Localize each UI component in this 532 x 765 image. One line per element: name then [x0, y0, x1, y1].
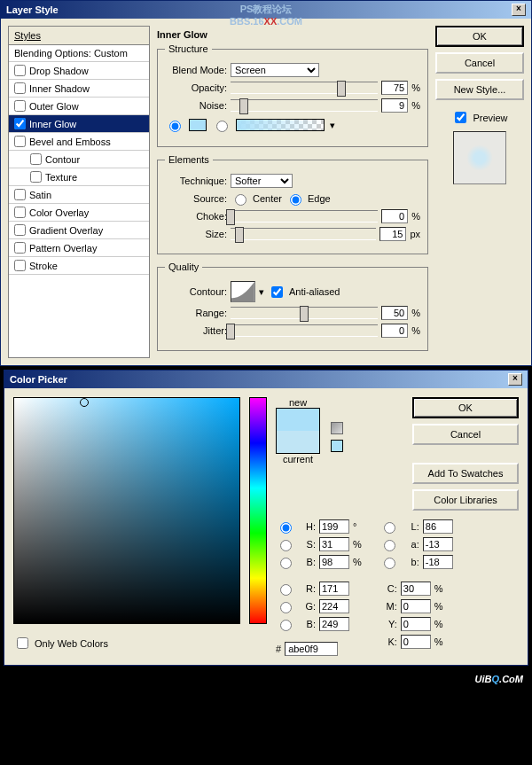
technique-select[interactable]: Softer [231, 174, 293, 188]
center-radio[interactable] [235, 194, 246, 206]
hex-input[interactable] [285, 642, 338, 656]
satin-checkbox[interactable] [14, 189, 26, 200]
add-swatches-button[interactable]: Add To Swatches [412, 463, 519, 484]
websafe-swatch[interactable] [331, 440, 343, 452]
b2-radio[interactable] [280, 620, 292, 631]
hue-slider[interactable] [249, 397, 267, 624]
blending-options-item[interactable]: Blending Options: Custom [9, 45, 149, 62]
m-input[interactable] [401, 599, 431, 613]
layer-style-title: Layer Style [6, 4, 59, 15]
noise-label: Noise: [165, 100, 227, 111]
h-radio[interactable] [280, 522, 292, 534]
new-color-swatch[interactable] [277, 409, 319, 431]
opacity-label: Opacity: [165, 82, 227, 93]
r-radio[interactable] [280, 584, 292, 596]
cancel-button[interactable]: Cancel [435, 52, 524, 74]
style-stroke[interactable]: Stroke [9, 257, 149, 275]
jitter-value[interactable]: 0 [381, 324, 408, 338]
opacity-slider[interactable] [231, 82, 378, 94]
choke-value[interactable]: 0 [381, 209, 408, 223]
color-picker-dialog: Color Picker × Only Web Colors new [4, 370, 528, 666]
style-texture[interactable]: Texture [9, 168, 149, 186]
cp-cancel-button[interactable]: Cancel [412, 424, 519, 445]
choke-slider[interactable] [231, 210, 378, 222]
blend-mode-select[interactable]: Screen [231, 63, 319, 77]
range-value[interactable]: 50 [381, 306, 408, 320]
y-input[interactable] [401, 617, 431, 631]
g-radio[interactable] [280, 602, 292, 613]
elements-group: Elements Technique: Softer Source: Cente… [157, 154, 428, 254]
only-web-checkbox[interactable] [17, 637, 28, 649]
style-drop-shadow[interactable]: Drop Shadow [9, 62, 149, 80]
gradient-picker[interactable] [236, 119, 325, 131]
new-style-button[interactable]: New Style... [435, 79, 524, 100]
close-icon[interactable]: × [512, 4, 526, 16]
l-input[interactable] [423, 519, 453, 534]
lab-b-radio[interactable] [384, 558, 395, 569]
stroke-checkbox[interactable] [14, 260, 26, 271]
jitter-slider[interactable] [231, 324, 378, 337]
a-input[interactable] [423, 537, 453, 551]
dialog-buttons: OK Cancel New Style... Preview [435, 26, 524, 358]
color-overlay-checkbox[interactable] [14, 207, 26, 218]
size-slider[interactable] [231, 228, 376, 240]
gradient-radio[interactable] [216, 121, 228, 132]
preview-checkbox[interactable] [455, 112, 466, 123]
cp-ok-button[interactable]: OK [412, 397, 519, 418]
c-input[interactable] [401, 582, 431, 596]
s-input[interactable] [319, 537, 349, 551]
chevron-down-icon[interactable]: ▾ [259, 286, 264, 298]
a-radio[interactable] [384, 540, 395, 551]
b-radio[interactable] [280, 558, 292, 569]
contour-checkbox[interactable] [30, 153, 42, 165]
drop-shadow-checkbox[interactable] [14, 65, 26, 76]
anti-aliased-checkbox[interactable] [271, 286, 283, 298]
b-lab-input[interactable] [423, 555, 453, 569]
glow-color-swatch[interactable] [189, 119, 207, 131]
k-input[interactable] [401, 635, 431, 649]
pattern-overlay-checkbox[interactable] [14, 242, 26, 254]
style-pattern-overlay[interactable]: Pattern Overlay [9, 239, 149, 257]
ok-button[interactable]: OK [435, 26, 524, 47]
gradient-overlay-checkbox[interactable] [14, 224, 26, 236]
inner-glow-checkbox[interactable] [14, 118, 26, 129]
saturation-value-field[interactable] [13, 397, 240, 624]
outer-glow-checkbox[interactable] [14, 100, 26, 112]
chevron-down-icon[interactable]: ▾ [330, 120, 335, 131]
color-libraries-button[interactable]: Color Libraries [412, 489, 519, 511]
style-outer-glow[interactable]: Outer Glow [9, 98, 149, 115]
size-value[interactable]: 15 [379, 227, 406, 241]
noise-slider[interactable] [231, 99, 378, 112]
style-bevel-emboss[interactable]: Bevel and Emboss [9, 133, 149, 151]
style-contour[interactable]: Contour [9, 151, 149, 168]
close-icon[interactable]: × [508, 373, 522, 386]
choke-label: Choke: [165, 211, 227, 222]
h-input[interactable] [319, 519, 349, 534]
styles-header[interactable]: Styles [9, 27, 149, 45]
gamut-warning-icon[interactable] [331, 422, 343, 434]
l-radio[interactable] [384, 522, 395, 534]
edge-radio[interactable] [290, 194, 301, 206]
current-color-swatch[interactable] [277, 431, 319, 453]
b-hsb-input[interactable] [319, 555, 349, 569]
style-inner-glow[interactable]: Inner Glow [9, 115, 149, 133]
style-gradient-overlay[interactable]: Gradient Overlay [9, 222, 149, 239]
bevel-checkbox[interactable] [14, 136, 26, 147]
inner-shadow-checkbox[interactable] [14, 82, 26, 94]
g-input[interactable] [319, 599, 349, 613]
layer-style-dialog: Layer Style × PS教程论坛 BBS.16XX.COM Styles… [0, 0, 532, 366]
texture-checkbox[interactable] [30, 171, 42, 183]
r-input[interactable] [319, 582, 349, 596]
color-radio[interactable] [169, 121, 181, 132]
panel-title: Inner Glow [157, 26, 428, 43]
style-satin[interactable]: Satin [9, 186, 149, 204]
style-color-overlay[interactable]: Color Overlay [9, 204, 149, 222]
contour-picker[interactable] [231, 281, 255, 302]
s-radio[interactable] [280, 540, 292, 551]
opacity-value[interactable]: 75 [381, 81, 408, 95]
noise-value[interactable]: 9 [381, 98, 408, 113]
styles-list: Styles Blending Options: Custom Drop Sha… [8, 26, 150, 358]
b-rgb-input[interactable] [319, 617, 349, 631]
range-slider[interactable] [231, 307, 378, 319]
style-inner-shadow[interactable]: Inner Shadow [9, 80, 149, 98]
